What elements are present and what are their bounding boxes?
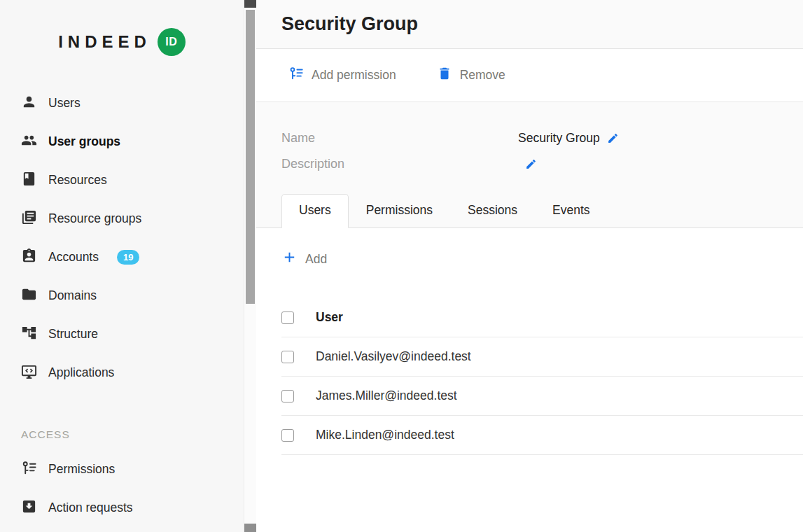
toolbar: Add permission Remove <box>256 49 803 102</box>
add-user-label: Add <box>305 252 327 267</box>
row-checkbox-cell <box>281 390 316 402</box>
scrollbar-thumb[interactable] <box>246 10 255 304</box>
description-row: Description <box>281 151 778 177</box>
sidebar-item-applications[interactable]: Applications <box>0 354 244 392</box>
sidebar-item-domains[interactable]: Domains <box>0 276 244 315</box>
sidebar-item-label: Structure <box>48 327 98 342</box>
table-row[interactable]: Daniel.Vasilyev@indeed.test <box>281 337 803 377</box>
page-header: Security Group <box>256 0 803 49</box>
resource-group-icon <box>21 209 37 229</box>
sidebar-item-label: Permissions <box>48 462 115 477</box>
tab-permissions[interactable]: Permissions <box>349 194 450 227</box>
brand-logo-id-circle: ID <box>158 28 186 56</box>
accounts-count-badge: 19 <box>117 250 139 265</box>
sidebar-item-label: Action requests <box>48 500 133 515</box>
name-row: Name Security Group <box>281 125 778 151</box>
sidebar-item-structure[interactable]: Structure <box>0 315 244 354</box>
table-row[interactable]: James.Miller@indeed.test <box>281 377 803 416</box>
domain-folder-icon <box>21 286 37 306</box>
description-value <box>518 158 537 170</box>
row-checkbox-cell <box>281 429 316 442</box>
sidebar-item-resources[interactable]: Resources <box>0 161 244 200</box>
brand-logo-text: INDEED <box>58 32 151 52</box>
user-email: James.Miller@indeed.test <box>316 388 457 403</box>
description-label: Description <box>281 157 518 172</box>
applications-monitor-icon <box>21 363 37 383</box>
trash-icon <box>437 66 452 85</box>
row-checkbox-cell <box>281 351 316 363</box>
user-group-icon <box>21 132 37 152</box>
row-checkbox[interactable] <box>281 429 294 442</box>
sidebar-item-label: User groups <box>48 134 120 149</box>
structure-tree-icon <box>21 325 37 344</box>
name-value: Security Group <box>518 131 619 146</box>
table-header-row: User <box>281 298 803 337</box>
sidebar-item-action-requests[interactable]: Action requests <box>0 489 244 527</box>
sidebar-section-access: ACCESS <box>0 428 244 441</box>
sidebar-item-label: Users <box>48 96 81 111</box>
brand-logo: INDEED ID <box>0 0 244 84</box>
user-column-header: User <box>316 310 343 325</box>
sidebar-item-label: Applications <box>48 365 114 380</box>
user-email: Daniel.Vasilyev@indeed.test <box>316 349 471 364</box>
group-details: Name Security Group Description <box>256 102 803 177</box>
sidebar-item-label: Accounts <box>48 250 99 265</box>
remove-label: Remove <box>460 68 505 83</box>
sidebar-item-permissions[interactable]: Permissions <box>0 450 244 489</box>
users-table: User Daniel.Vasilyev@indeed.test James.M… <box>281 298 803 455</box>
tab-bar: Users Permissions Sessions Events <box>256 194 803 228</box>
scrollbar-down-arrow[interactable] <box>244 524 256 532</box>
user-icon <box>21 94 37 113</box>
add-permission-button[interactable]: Add permission <box>288 66 396 85</box>
table-row[interactable]: Mike.Linden@indeed.test <box>281 416 803 455</box>
select-all-checkbox[interactable] <box>281 312 294 324</box>
name-value-text: Security Group <box>518 131 600 146</box>
sidebar-item-label: Domains <box>48 288 97 303</box>
sidebar-nav: Users User groups Resources Resource gro… <box>0 84 244 527</box>
add-user-button[interactable]: Add <box>281 249 327 269</box>
sidebar-item-accounts[interactable]: Accounts 19 <box>0 238 244 276</box>
users-tab-panel: Add User Daniel.Vasilyev@indeed.test <box>256 228 803 532</box>
user-email: Mike.Linden@indeed.test <box>316 428 454 442</box>
name-label: Name <box>281 131 518 146</box>
permissions-key-icon <box>21 460 37 479</box>
sidebar-item-resource-groups[interactable]: Resource groups <box>0 200 244 238</box>
sidebar: INDEED ID Users User groups Resources Re… <box>0 0 244 532</box>
sidebar-item-label: Resources <box>48 173 107 188</box>
sidebar-item-user-groups[interactable]: User groups <box>0 122 244 161</box>
row-checkbox[interactable] <box>281 351 294 363</box>
edit-name-pencil-icon[interactable] <box>607 132 619 144</box>
sidebar-item-label: Resource groups <box>48 211 141 226</box>
tab-sessions[interactable]: Sessions <box>450 194 535 227</box>
header-checkbox-cell <box>281 312 316 324</box>
sidebar-scrollbar[interactable] <box>244 0 256 532</box>
page-title: Security Group <box>281 13 418 35</box>
row-checkbox[interactable] <box>281 390 294 402</box>
edit-description-pencil-icon[interactable] <box>525 158 537 170</box>
scrollbar-up-arrow[interactable] <box>244 0 256 8</box>
plus-icon <box>281 249 298 269</box>
sidebar-item-users[interactable]: Users <box>0 84 244 122</box>
permission-key-icon <box>288 66 304 85</box>
account-badge-icon <box>21 248 37 267</box>
remove-button[interactable]: Remove <box>437 66 505 85</box>
add-permission-label: Add permission <box>312 68 396 83</box>
tab-events[interactable]: Events <box>535 194 608 227</box>
app-root: INDEED ID Users User groups Resources Re… <box>0 0 803 532</box>
resource-book-icon <box>21 171 37 190</box>
tab-users[interactable]: Users <box>281 194 349 228</box>
action-requests-icon <box>21 498 37 518</box>
main-content: Security Group Add permission Remove Nam… <box>256 0 803 532</box>
